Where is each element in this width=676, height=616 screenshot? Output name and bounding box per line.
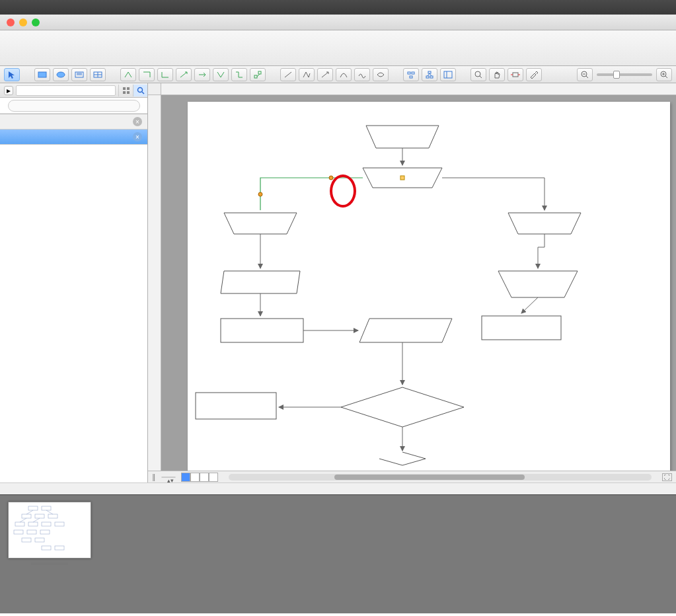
flowchart-drawing[interactable] <box>188 102 670 471</box>
svg-rect-19 <box>444 71 452 78</box>
svg-line-10 <box>285 72 291 77</box>
zoom-window-button[interactable] <box>32 19 40 26</box>
line-tool-4[interactable] <box>336 68 352 81</box>
horizontal-scrollbar[interactable] <box>229 474 652 481</box>
svg-rect-13 <box>410 76 412 78</box>
eyedropper-tool[interactable] <box>526 68 542 81</box>
library-header-flowcharts[interactable]: × <box>0 130 147 145</box>
svg-rect-16 <box>430 76 433 78</box>
shape-list <box>0 145 147 482</box>
svg-line-22 <box>480 76 482 78</box>
svg-line-74 <box>20 518 26 522</box>
connector-tool-8[interactable] <box>250 68 266 81</box>
line-tool-3[interactable] <box>317 68 333 81</box>
minimize-window-button[interactable] <box>19 19 27 26</box>
connector-tool-1[interactable] <box>120 68 136 81</box>
svg-rect-33 <box>123 87 126 90</box>
zoom-level[interactable]: ▴▾ <box>161 477 176 478</box>
zoom-out-button[interactable] <box>577 68 593 81</box>
svg-line-75 <box>33 518 40 522</box>
collapse-ruler-icon[interactable]: ‖ <box>152 473 156 481</box>
page-thumbnail[interactable] <box>7 502 93 607</box>
line-tool-6[interactable] <box>373 68 389 81</box>
library-header-drawing[interactable]: × <box>0 114 147 130</box>
svg-rect-68 <box>22 538 31 542</box>
page-thumbnails <box>0 494 676 613</box>
library-search-icon[interactable] <box>133 85 147 96</box>
hand-tool[interactable] <box>489 68 505 81</box>
layout-tool-2[interactable] <box>422 68 437 81</box>
svg-rect-15 <box>426 76 429 78</box>
view-mode-buttons[interactable] <box>181 473 218 482</box>
ellipse-tool[interactable] <box>53 68 69 81</box>
pointer-tool[interactable] <box>4 68 20 81</box>
svg-line-18 <box>430 73 432 76</box>
svg-point-41 <box>258 192 262 196</box>
zoom-tool[interactable] <box>470 68 486 81</box>
close-icon[interactable]: × <box>133 132 142 141</box>
view-grid-icon[interactable] <box>118 85 133 96</box>
connector-tool-7[interactable] <box>231 68 247 81</box>
svg-line-32 <box>665 76 667 78</box>
svg-point-21 <box>475 71 480 77</box>
text-tool[interactable] <box>71 68 87 81</box>
svg-rect-9 <box>258 71 261 74</box>
table-tool[interactable] <box>90 68 106 81</box>
svg-rect-56 <box>28 506 38 510</box>
close-icon[interactable]: × <box>133 117 142 126</box>
rectangle-tool[interactable] <box>34 68 50 81</box>
line-tool-1[interactable] <box>280 68 296 81</box>
window-titlebar <box>0 15 676 30</box>
svg-line-50 <box>521 297 538 313</box>
close-window-button[interactable] <box>7 19 15 26</box>
svg-rect-44 <box>221 319 303 342</box>
connector-tool-3[interactable] <box>157 68 173 81</box>
svg-rect-62 <box>28 522 38 526</box>
svg-rect-69 <box>35 538 44 542</box>
svg-rect-60 <box>48 514 57 518</box>
ruler-unit <box>148 83 161 95</box>
layout-tool-3[interactable] <box>440 68 456 81</box>
svg-point-1 <box>57 72 65 77</box>
svg-rect-61 <box>15 522 24 526</box>
svg-rect-59 <box>35 514 44 518</box>
fit-page-icon[interactable]: ⛶ <box>662 473 672 481</box>
line-tool-5[interactable] <box>354 68 370 81</box>
svg-point-40 <box>329 176 333 180</box>
snap-tool[interactable] <box>507 68 523 81</box>
svg-line-72 <box>26 510 33 514</box>
svg-rect-64 <box>55 522 64 526</box>
page-thumbnail-label <box>31 562 68 565</box>
svg-rect-58 <box>22 514 31 518</box>
svg-rect-71 <box>55 546 64 550</box>
svg-rect-36 <box>127 91 130 94</box>
zoom-slider[interactable] <box>597 73 652 76</box>
svg-rect-65 <box>14 530 23 534</box>
connector-tool-4[interactable] <box>176 68 192 81</box>
tool-palette <box>0 66 676 83</box>
canvas-area: ‖ ▴▾ ⛶ <box>148 83 676 482</box>
connector-tool-2[interactable] <box>139 68 155 81</box>
svg-line-38 <box>142 92 144 94</box>
svg-rect-67 <box>40 530 50 534</box>
svg-rect-51 <box>482 316 561 340</box>
line-tool-2[interactable] <box>299 68 315 81</box>
zoom-in-button[interactable] <box>656 68 672 81</box>
svg-rect-57 <box>42 506 51 510</box>
canvas[interactable] <box>161 95 676 471</box>
horizontal-ruler <box>148 83 676 95</box>
annotation-circle <box>330 174 356 208</box>
svg-rect-34 <box>127 87 130 90</box>
main-toolbar <box>0 30 676 66</box>
library-filter-input[interactable] <box>16 85 116 96</box>
svg-rect-53 <box>196 393 276 419</box>
vertical-ruler <box>148 95 161 471</box>
connector-tool-6[interactable] <box>213 68 229 81</box>
layout-tool-1[interactable] <box>403 68 419 81</box>
search-input[interactable] <box>8 100 140 112</box>
connector-tool-5[interactable] <box>194 68 210 81</box>
svg-rect-63 <box>42 522 51 526</box>
svg-rect-11 <box>408 72 410 74</box>
svg-rect-14 <box>428 71 431 73</box>
library-toggle-button[interactable]: ▸ <box>4 86 13 95</box>
